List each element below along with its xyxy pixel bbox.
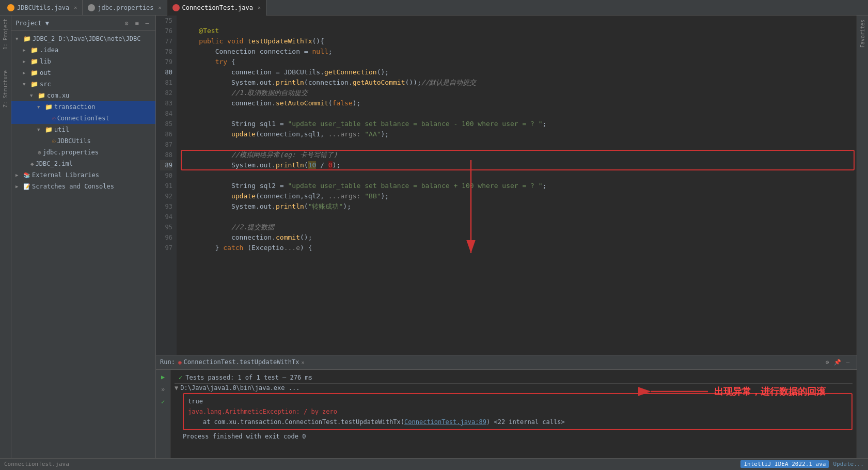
status-right: IntelliJ IDEA 2022.1 ava Update... bbox=[740, 460, 864, 468]
close-icon-test[interactable]: ✕ bbox=[258, 5, 261, 10]
folder-icon: 📁 bbox=[30, 46, 38, 54]
intellij-badge[interactable]: IntelliJ IDEA 2022.1 ava bbox=[740, 460, 829, 468]
project-tree: ▼ 📁 JDBC_2 D:\Java\JDBC\note\JDBC ▶ 📁 .i… bbox=[11, 31, 155, 458]
tree-util[interactable]: ▼ 📁 util bbox=[11, 124, 155, 135]
code-line-87 bbox=[183, 139, 857, 150]
tree-transaction[interactable]: ▼ 📁 transaction bbox=[11, 101, 155, 113]
ln-80: 80 bbox=[160, 67, 172, 77]
tree-jdbcutils[interactable]: ☉ JDBCUtils bbox=[11, 135, 155, 147]
tree-out[interactable]: ▶ 📁 out bbox=[11, 67, 155, 79]
run-tab-label: ConnectionTest.testUpdateWithTx bbox=[184, 358, 299, 366]
run-forward-btn[interactable]: » bbox=[158, 384, 168, 395]
run-settings-btn[interactable]: ⚙ bbox=[823, 357, 832, 367]
ln-76: 76 bbox=[160, 26, 172, 36]
iml-label: JDBC_2.iml bbox=[36, 160, 73, 167]
folder-icon: 📁 bbox=[23, 35, 31, 42]
ln-95: 95 bbox=[160, 222, 172, 232]
tab-jdbcutils-label: JDBCUtils.java bbox=[17, 4, 69, 11]
sidebar-collapse-btn[interactable]: ≡ bbox=[133, 19, 141, 27]
stack-trace-link[interactable]: ConnectionTest.java:89 bbox=[404, 418, 486, 426]
ln-84: 84 bbox=[160, 108, 172, 119]
structure-side-tab[interactable]: Z: Structure bbox=[3, 70, 8, 107]
run-left-toolbar: ▶ » ✓ bbox=[156, 370, 170, 458]
tab-connectiontest[interactable]: ConnectionTest.java ✕ bbox=[167, 0, 266, 15]
code-editor[interactable]: 75 76 77 78 79 80 81 82 83 84 85 86 87 8… bbox=[156, 15, 857, 355]
error-output-box: true java.lang.ArithmeticException: / by… bbox=[183, 393, 853, 430]
tab-jdbcutils[interactable]: JDBCUtils.java ✕ bbox=[2, 0, 83, 15]
props-icon bbox=[88, 4, 95, 11]
run-pin-btn[interactable]: 📌 bbox=[833, 357, 842, 367]
expand-icon: ▼ bbox=[37, 127, 43, 132]
expand-icon: ▼ bbox=[37, 104, 43, 109]
code-line-94 bbox=[183, 212, 857, 222]
output-path: D:\Java\java1.0\bin\java.exe ... bbox=[180, 384, 299, 391]
expand-icon: ▶ bbox=[15, 173, 22, 178]
output-exception: java.lang.ArithmeticException: / by zero bbox=[188, 406, 847, 417]
ln-94: 94 bbox=[160, 212, 172, 222]
intellij-text: IntelliJ IDEA 2022.1 ava bbox=[744, 461, 826, 467]
sidebar-toolbar: ⚙ ≡ — bbox=[122, 19, 151, 27]
ln-88: 88 bbox=[160, 150, 172, 160]
out-label: out bbox=[40, 69, 51, 76]
tree-root[interactable]: ▼ 📁 JDBC_2 D:\Java\JDBC\note\JDBC bbox=[11, 33, 155, 44]
tree-iml[interactable]: ◆ JDBC_2.iml bbox=[11, 158, 155, 169]
expand-icon: ▶ bbox=[23, 48, 29, 53]
output-trace: at com.xu.transaction.ConnectionTest.tes… bbox=[188, 417, 847, 427]
iml-icon: ◆ bbox=[30, 161, 34, 167]
props-icon: ⚙ bbox=[38, 149, 41, 156]
run-tab-close[interactable]: ✕ bbox=[302, 359, 305, 365]
run-tab[interactable]: ◉ ConnectionTest.testUpdateWithTx ✕ bbox=[178, 358, 305, 366]
code-line-76: @Test bbox=[183, 26, 857, 36]
sidebar-settings-btn[interactable]: ⚙ bbox=[122, 19, 131, 27]
ln-82: 82 bbox=[160, 88, 172, 98]
close-icon-props[interactable]: ✕ bbox=[159, 5, 162, 10]
status-text: ConnectionTest.java bbox=[4, 461, 69, 467]
expand-icon: ▼ bbox=[23, 82, 29, 87]
output-tree-root[interactable]: ▼ D:\Java\java1.0\bin\java.exe ... bbox=[175, 384, 853, 392]
code-line-77: public void testUpdateWithTx(){ bbox=[183, 36, 857, 46]
update-text[interactable]: Update... bbox=[833, 461, 864, 467]
output-finished: Process finished with exit code 0 bbox=[183, 431, 853, 442]
close-icon[interactable]: ✕ bbox=[74, 5, 77, 10]
main-content: 75 76 77 78 79 80 81 82 83 84 85 86 87 8… bbox=[156, 15, 857, 458]
tab-bar: JDBCUtils.java ✕ jdbc.properties ✕ Conne… bbox=[0, 0, 868, 15]
ln-78: 78 bbox=[160, 46, 172, 57]
scratches-label: Scratches and Consoles bbox=[32, 183, 114, 190]
tree-expand-icon: ▼ bbox=[175, 384, 178, 391]
tree-scratches[interactable]: ▶ 📝 Scratches and Consoles bbox=[11, 181, 155, 192]
folder-icon: 📁 bbox=[45, 126, 53, 133]
transaction-label: transaction bbox=[54, 103, 95, 111]
project-side-tab[interactable]: 1: Project bbox=[3, 19, 8, 50]
run-output-lines: ▼ D:\Java\java1.0\bin\java.exe ... true … bbox=[175, 384, 853, 442]
right-side-panel: Favorites bbox=[857, 15, 868, 458]
sidebar-close-btn[interactable]: — bbox=[143, 19, 151, 27]
tree-jdbc-props[interactable]: ⚙ jdbc.properties bbox=[11, 147, 155, 158]
tab-jdbc-props[interactable]: jdbc.properties ✕ bbox=[83, 0, 167, 15]
favorites-tab[interactable]: Favorites bbox=[859, 18, 866, 50]
code-line-83: connection.setAutoCommit(false); bbox=[183, 98, 857, 108]
run-play-btn[interactable]: ▶ bbox=[158, 372, 168, 382]
test-icon bbox=[172, 4, 180, 11]
code-line-95: //2.提交数据 bbox=[183, 222, 857, 232]
tree-lib[interactable]: ▶ 📁 lib bbox=[11, 56, 155, 67]
extlib-icon: 📚 bbox=[23, 172, 30, 179]
jdbc-props-label: jdbc.properties bbox=[43, 149, 99, 156]
code-line-85: String sql1 = "update user_table set bal… bbox=[183, 119, 857, 129]
tree-connectiontest[interactable]: ☉ ConnectionTest bbox=[11, 113, 155, 124]
src-label: src bbox=[40, 81, 51, 88]
run-output: ✓ Tests passed: 1 of 1 test – 276 ms ▼ D… bbox=[170, 370, 857, 458]
run-check-btn[interactable]: ✓ bbox=[158, 397, 168, 407]
code-line-84 bbox=[183, 108, 857, 119]
run-minimize-btn[interactable]: — bbox=[843, 357, 853, 367]
ln-90: 90 bbox=[160, 170, 172, 181]
tree-extlib[interactable]: ▶ 📚 External Libraries bbox=[11, 169, 155, 181]
run-panel-header: Run: ◉ ConnectionTest.testUpdateWithTx ✕… bbox=[156, 355, 857, 370]
tree-src[interactable]: ▼ 📁 src bbox=[11, 79, 155, 90]
java-icon bbox=[7, 4, 14, 11]
tree-idea[interactable]: ▶ 📁 .idea bbox=[11, 44, 155, 56]
pass-icon: ✓ bbox=[179, 374, 182, 381]
expand-icon: ▼ bbox=[30, 93, 36, 98]
tree-comxu[interactable]: ▼ 📁 com.xu bbox=[11, 90, 155, 101]
code-content[interactable]: @Test public void testUpdateWithTx(){ Co… bbox=[177, 15, 857, 355]
tab-props-label: jdbc.properties bbox=[98, 4, 153, 11]
